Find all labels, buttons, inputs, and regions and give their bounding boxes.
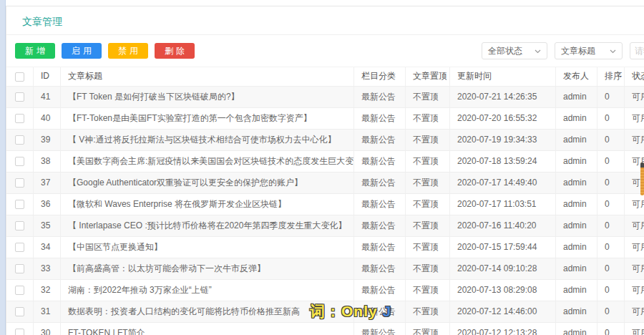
row-cell-status: 可用 (625, 237, 644, 258)
status-select[interactable]: 全部状态 (482, 42, 547, 59)
row-checkbox[interactable] (15, 243, 24, 252)
row-checkbox[interactable] (15, 92, 24, 102)
row-cell-title: 【 V神:通过将反托拉斯法与区块链技术相结合可使市场权力去中心化】 (61, 130, 354, 150)
row-checkbox[interactable] (15, 114, 24, 123)
row-cell-checkbox (6, 151, 34, 172)
table-row: 39 【 V神:通过将反托拉斯法与区块链技术相结合可使市场权力去中心化】 最新公… (6, 130, 644, 151)
row-cell-title: 【前高盛高管：以太坊可能会带动下一次牛市反弹】 (61, 258, 354, 279)
delete-button[interactable]: 删除 (155, 43, 195, 59)
row-cell-title: 【中国区节点更换通知】 (61, 237, 354, 258)
row-cell-category: 最新公告 (354, 173, 406, 193)
sidebar-edge (0, 0, 6, 335)
row-cell-title: 【FT-Token是由美国FT实验室打造的第一个包含加密数字资产】 (61, 108, 354, 129)
row-cell-sort: 0 (597, 130, 625, 150)
row-cell-checkbox (6, 130, 34, 150)
table-row: 31 数据表明：投资者人口结构的变化可能将比特币价格推至新高 最新公告 不置顶 … (6, 301, 644, 323)
table-row: 30 FT-TOKEN | FT简介 最新公告 不置顶 2020-07-12 1… (6, 323, 644, 335)
row-cell-publisher: admin (556, 87, 597, 107)
row-cell-status: 可用 (625, 130, 644, 150)
row-checkbox[interactable] (15, 307, 24, 316)
scrollbar-thumb[interactable] (640, 162, 644, 195)
row-checkbox[interactable] (15, 178, 24, 188)
row-cell-status: 可用 (625, 301, 644, 322)
row-cell-title: FT-TOKEN | FT简介 (61, 323, 354, 335)
card-header: 文章管理 (6, 6, 644, 35)
table-row: 32 湖南：到2022年推动 3万家企业“上链” 最新公告 不置顶 2020-0… (6, 280, 644, 301)
row-cell-title: 【美国数字商会主席:新冠疫情以来美国国会对区块链技术的态度发生巨大变化】 (61, 151, 354, 172)
row-cell-sort: 0 (597, 323, 625, 335)
header-cell-checkbox (6, 67, 34, 86)
row-cell-title: 【FT Token 是如何打破当下区块链破局的?】 (61, 87, 354, 107)
article-management-page: 文章管理 新增 启用 禁用 删除 全部状态 文章标题 (0, 0, 644, 335)
row-cell-publisher: admin (556, 280, 597, 301)
header-cell-status: 状态 (625, 67, 644, 86)
table-row: 37 【Google Authenticator双重验证可以更安全的保护您的账户… (6, 173, 644, 194)
disable-button[interactable]: 禁用 (108, 43, 148, 59)
row-cell-id: 35 (34, 215, 61, 236)
enable-button[interactable]: 启用 (62, 43, 102, 59)
header-cell-sort: 排序 (597, 67, 625, 86)
search-input[interactable] (630, 42, 644, 59)
row-cell-category: 最新公告 (354, 301, 406, 322)
search-field-select[interactable]: 文章标题 (555, 42, 623, 59)
row-cell-sort: 0 (597, 215, 625, 236)
row-checkbox[interactable] (15, 264, 24, 273)
row-cell-publisher: admin (556, 173, 597, 193)
row-cell-status: 可用 (625, 215, 644, 236)
row-cell-category: 最新公告 (354, 87, 406, 107)
toolbar: 新增 启用 禁用 删除 全部状态 文章标题 (6, 35, 644, 67)
row-cell-status: 可用 (625, 87, 644, 107)
row-cell-id: 31 (34, 301, 61, 322)
row-cell-id: 30 (34, 323, 61, 335)
row-checkbox[interactable] (15, 329, 24, 335)
add-button[interactable]: 新增 (15, 43, 55, 59)
row-checkbox[interactable] (15, 200, 24, 209)
row-cell-top: 不置顶 (406, 173, 450, 193)
action-buttons: 新增 启用 禁用 删除 (15, 43, 195, 59)
row-cell-sort: 0 (597, 194, 625, 215)
page-title: 文章管理 (22, 16, 62, 27)
row-cell-checkbox (6, 215, 34, 236)
row-cell-status: 可用 (625, 108, 644, 129)
row-checkbox[interactable] (15, 221, 24, 230)
row-cell-id: 33 (34, 258, 61, 279)
row-cell-status: 可用 (625, 323, 644, 335)
row-cell-updated: 2020-07-16 11:40:20 (450, 215, 556, 236)
row-checkbox[interactable] (15, 286, 24, 295)
row-cell-sort: 0 (597, 108, 625, 129)
table-row: 35 【 Interlapase CEO :预计比特币价格将在2020年第四季度… (6, 215, 644, 237)
search-field-select-value: 文章标题 (561, 45, 595, 57)
row-cell-updated: 2020-07-19 19:34:33 (450, 130, 556, 150)
row-cell-category: 最新公告 (354, 151, 406, 172)
header-cell-updated: 更新时间 (450, 67, 556, 86)
row-cell-category: 最新公告 (354, 280, 406, 301)
row-cell-status: 可用 (625, 194, 644, 215)
row-cell-category: 最新公告 (354, 130, 406, 150)
row-cell-updated: 2020-07-15 17:59:44 (450, 237, 556, 258)
row-cell-top: 不置顶 (406, 280, 450, 301)
row-cell-checkbox (6, 301, 34, 322)
content-card: 文章管理 新增 启用 禁用 删除 全部状态 文章标题 (6, 6, 644, 335)
row-cell-publisher: admin (556, 323, 597, 335)
select-all-checkbox[interactable] (15, 72, 24, 82)
header-cell-publisher: 发布人 (556, 67, 597, 86)
row-cell-title: 【微软和 Waves Enterprise 将在俄罗斯开发企业区块链】 (61, 194, 354, 215)
row-cell-id: 41 (34, 87, 61, 107)
row-cell-title: 【Google Authenticator双重验证可以更安全的保护您的账户】 (61, 173, 354, 193)
status-select-value: 全部状态 (488, 45, 522, 57)
table-header-row: ID 文章标题 栏目分类 文章置顶 更新时间 发布人 排序 状态 (6, 67, 644, 87)
row-cell-top: 不置顶 (406, 108, 450, 129)
row-checkbox[interactable] (15, 157, 24, 166)
row-cell-updated: 2020-07-13 08:29:08 (450, 280, 556, 301)
row-cell-checkbox (6, 237, 34, 258)
row-cell-category: 最新公告 (354, 215, 406, 236)
row-cell-id: 34 (34, 237, 61, 258)
row-cell-checkbox (6, 323, 34, 335)
row-checkbox[interactable] (15, 135, 24, 145)
row-cell-top: 不置顶 (406, 194, 450, 215)
row-cell-category: 最新公告 (354, 194, 406, 215)
row-cell-publisher: admin (556, 258, 597, 279)
header-cell-top: 文章置顶 (406, 67, 450, 86)
row-cell-publisher: admin (556, 151, 597, 172)
row-cell-publisher: admin (556, 215, 597, 236)
